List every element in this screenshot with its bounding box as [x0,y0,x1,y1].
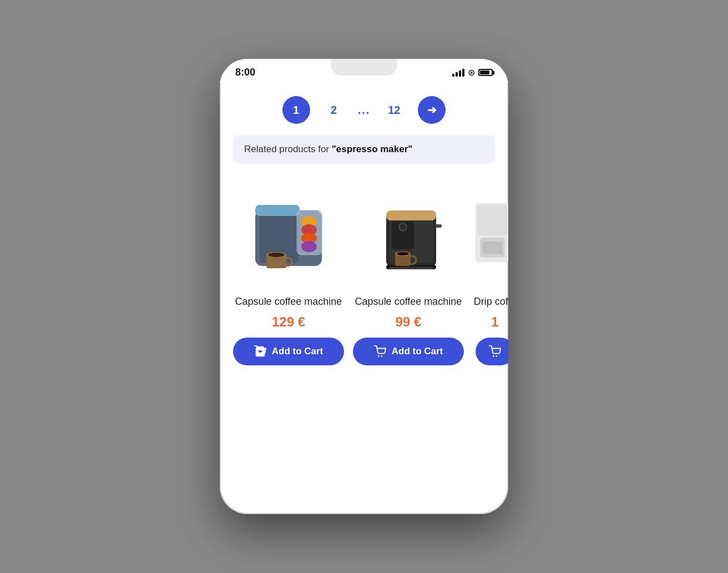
status-time: 8:00 [235,67,255,78]
next-page-button[interactable]: ➜ [418,96,446,124]
product-price-1: 129 € [272,314,305,330]
product-image-3 [473,177,508,288]
capsule-machine-2-image [358,183,458,283]
page-2-button[interactable]: 2 [320,96,348,124]
phone-frame: 8:00 ⊛ 1 2 ... 12 ➜ [220,59,508,514]
svg-point-31 [493,355,494,357]
product-name-1: Capsule coffee machine [235,295,342,309]
pagination: 1 2 ... 12 ➜ [220,83,508,135]
svg-point-11 [258,355,259,356]
cart-icon-2 [374,345,386,358]
svg-point-7 [301,241,317,252]
page-12-button[interactable]: 12 [380,96,408,124]
add-to-cart-button-1[interactable]: Add to Cart [233,338,344,365]
product-image-1 [233,177,344,288]
status-icons: ⊛ [452,67,493,78]
capsule-machine-1-image [239,183,338,283]
svg-rect-28 [478,205,507,235]
product-name-2: Capsule coffee machine [355,295,462,309]
cart-icon-1 [254,345,266,358]
svg-point-18 [400,224,406,230]
pagination-dots: ... [358,104,371,117]
svg-rect-24 [435,224,442,228]
arrow-right-icon: ➜ [427,103,437,117]
signal-icon [452,69,464,77]
product-card-2: Capsule coffee machine 99 € Add to Cart [353,177,464,365]
drip-machine-image [473,183,508,283]
page-1-button[interactable]: 1 [282,96,310,124]
svg-rect-20 [389,267,433,269]
product-card-3: Drip coffe 1 [473,177,508,365]
svg-point-23 [397,252,409,255]
wifi-icon: ⊛ [468,67,475,78]
products-list: Capsule coffee machine 129 € Add to Cart [220,177,508,383]
product-price-3: 1 [491,314,498,330]
svg-rect-30 [483,242,503,254]
product-price-2: 99 € [396,314,422,330]
product-name-3: Drip coffe [473,295,508,309]
svg-point-25 [378,355,380,357]
notch [331,59,397,76]
svg-point-12 [261,355,262,356]
battery-icon [478,69,493,76]
product-card-1: Capsule coffee machine 129 € Add to Cart [233,177,344,365]
add-to-cart-button-3[interactable] [476,338,508,365]
svg-point-32 [496,355,497,357]
add-to-cart-button-2[interactable]: Add to Cart [353,338,464,365]
svg-point-26 [381,355,382,357]
related-products-label: Related products for "espresso maker" [233,135,495,164]
svg-rect-2 [255,205,300,216]
svg-point-10 [268,253,285,257]
product-image-2 [353,177,464,288]
cart-icon-3 [489,345,501,358]
svg-rect-15 [386,210,436,220]
